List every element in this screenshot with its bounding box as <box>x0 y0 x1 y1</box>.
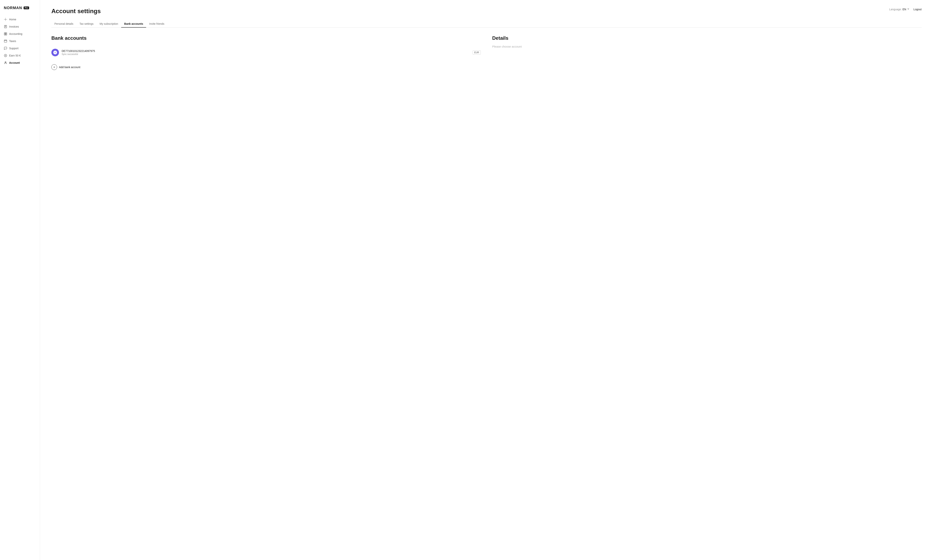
account-icon <box>4 61 7 65</box>
bank-accounts-section: Bank accounts DE77100101232214097975 Syn… <box>51 35 481 70</box>
tab-my-subscription[interactable]: My subscription <box>97 20 121 28</box>
logout-button[interactable]: Logout <box>913 8 922 11</box>
sidebar-item-earn-label: Earn 50 € <box>9 54 21 57</box>
header-actions: Language: EN Logout <box>889 8 922 11</box>
sidebar: NORMAN Pro Home Invoices <box>0 0 40 560</box>
bank-sync-status: Sync successful <box>62 53 470 55</box>
content-grid: Bank accounts DE77100101232214097975 Syn… <box>51 35 922 70</box>
svg-rect-1 <box>5 25 7 28</box>
svg-rect-2 <box>4 32 5 34</box>
svg-rect-3 <box>6 32 7 34</box>
tabs: Personal details Tax settings My subscri… <box>51 20 922 28</box>
sidebar-item-home[interactable]: Home <box>0 16 40 23</box>
tab-invite-friends[interactable]: Invite friends <box>146 20 167 28</box>
svg-rect-4 <box>4 34 5 35</box>
bank-logo <box>51 49 59 56</box>
add-bank-label: Add bank account <box>59 66 80 69</box>
svg-point-0 <box>5 19 6 20</box>
sidebar-item-support-label: Support <box>9 47 18 50</box>
svg-rect-5 <box>6 34 7 35</box>
logo: NORMAN <box>4 6 22 10</box>
language-selector[interactable]: Language: EN <box>889 8 910 11</box>
bank-accounts-title: Bank accounts <box>51 35 481 41</box>
taxes-icon <box>4 39 7 43</box>
details-placeholder: Please choose account <box>492 45 922 48</box>
page-title: Account settings <box>51 8 101 15</box>
earn-icon <box>4 54 7 57</box>
sidebar-item-support[interactable]: Support <box>0 45 40 52</box>
sidebar-item-account[interactable]: Account <box>0 59 40 66</box>
sidebar-item-invoices-label: Invoices <box>9 25 19 28</box>
add-icon <box>51 64 57 70</box>
invoices-icon <box>4 25 7 28</box>
sidebar-item-earn[interactable]: Earn 50 € <box>0 52 40 59</box>
support-icon <box>4 46 7 50</box>
main-content: Account settings Language: EN Logout Per… <box>40 0 933 560</box>
pro-badge: Pro <box>24 6 29 9</box>
accounting-icon <box>4 32 7 35</box>
sidebar-item-invoices[interactable]: Invoices <box>0 23 40 30</box>
bank-currency-badge: EUR <box>473 51 481 55</box>
tab-tax-settings[interactable]: Tax settings <box>77 20 97 28</box>
sidebar-item-home-label: Home <box>9 18 16 21</box>
svg-point-8 <box>5 62 6 63</box>
details-title: Details <box>492 35 922 41</box>
bank-account-info: DE77100101232214097975 Sync successful <box>62 49 470 55</box>
logo-area: NORMAN Pro <box>0 4 40 16</box>
sidebar-item-taxes-label: Taxes <box>9 40 16 43</box>
bank-account-item[interactable]: DE77100101232214097975 Sync successful E… <box>51 46 481 58</box>
page-header: Account settings Language: EN Logout <box>51 8 922 15</box>
details-section: Details Please choose account <box>492 35 922 70</box>
chevron-down-icon <box>907 8 910 11</box>
language-label: Language: <box>889 8 902 11</box>
tab-personal-details[interactable]: Personal details <box>51 20 77 28</box>
language-value: EN <box>902 8 906 11</box>
sidebar-item-taxes[interactable]: Taxes <box>0 37 40 45</box>
sidebar-item-accounting[interactable]: Accounting <box>0 30 40 37</box>
svg-rect-6 <box>4 40 7 42</box>
tab-bank-accounts[interactable]: Bank accounts <box>121 20 146 28</box>
home-icon <box>4 18 7 21</box>
sidebar-item-account-label: Account <box>9 61 20 64</box>
bank-iban: DE77100101232214097975 <box>62 49 470 52</box>
add-bank-account-button[interactable]: Add bank account <box>51 64 80 70</box>
sidebar-item-accounting-label: Accounting <box>9 32 22 35</box>
